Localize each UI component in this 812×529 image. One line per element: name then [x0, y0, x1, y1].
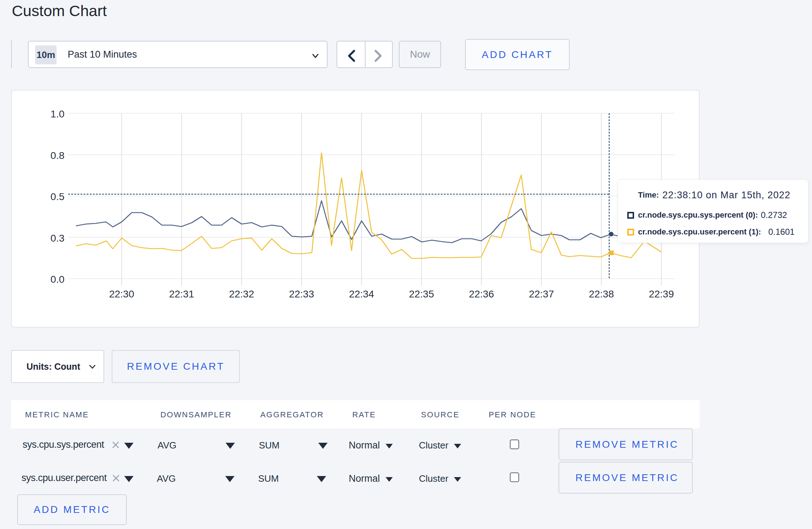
svg-text:22:32: 22:32 — [229, 288, 254, 300]
svg-text:22:39: 22:39 — [649, 288, 674, 300]
svg-text:22:38: 22:38 — [589, 288, 614, 300]
svg-text:22:31: 22:31 — [169, 288, 194, 300]
svg-text:0.3: 0.3 — [50, 233, 64, 244]
svg-text:22:36: 22:36 — [469, 288, 494, 300]
svg-text:1.0: 1.0 — [50, 108, 64, 120]
svg-text:22:37: 22:37 — [529, 288, 554, 300]
svg-text:0.5: 0.5 — [50, 191, 64, 202]
svg-text:22:30: 22:30 — [109, 288, 134, 300]
svg-text:0.8: 0.8 — [50, 150, 64, 161]
svg-text:22:33: 22:33 — [289, 288, 314, 300]
svg-text:0.0: 0.0 — [50, 274, 64, 285]
svg-text:22:34: 22:34 — [349, 288, 374, 300]
svg-text:22:35: 22:35 — [409, 288, 434, 300]
